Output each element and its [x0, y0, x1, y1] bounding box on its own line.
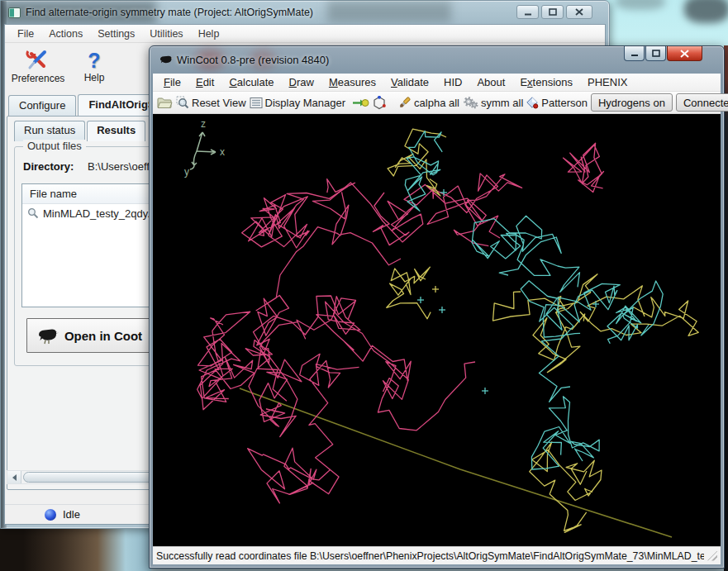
wincoot-app-icon	[159, 54, 174, 66]
atom-cross	[482, 388, 488, 394]
fetch-arrow-icon[interactable]	[352, 98, 369, 108]
calpha-all-button[interactable]: calpha all	[397, 96, 459, 110]
wallpaper-shape	[684, 0, 728, 23]
calpha-trace	[472, 216, 579, 292]
minimize-button[interactable]	[516, 5, 539, 19]
help-label: Help	[84, 72, 105, 83]
diamond-icon	[526, 97, 539, 109]
wincoot-menu-bar: FileEditCalculateDrawMeasuresValidateHID…	[153, 74, 721, 92]
calpha-trace	[254, 296, 356, 421]
menu-item-phenix[interactable]: PHENIX	[580, 74, 635, 90]
menu-item-actions[interactable]: Actions	[41, 26, 90, 41]
wallpaper-bottom-left	[0, 526, 151, 571]
atom-cross	[439, 307, 445, 313]
calpha-trace	[493, 274, 598, 373]
tab-configure[interactable]: Configure	[8, 95, 76, 116]
calpha-trace	[580, 286, 698, 336]
svg-text:z: z	[201, 118, 206, 130]
wincoot-toolbar: Reset View Display Manager	[153, 92, 721, 114]
phenix-menu-bar: FileActionsSettingsUtilitiesHelp	[5, 25, 605, 43]
tools-icon	[26, 49, 50, 72]
minimize-button[interactable]	[624, 46, 645, 61]
cell-edge-line	[240, 388, 672, 537]
calpha-trace	[197, 312, 255, 410]
wincoot-window: WinCoot 0.8-pre (revision 4840) FileEdit…	[149, 45, 725, 569]
phenix-app-icon	[8, 7, 21, 18]
symm-all-button[interactable]: symm all	[463, 96, 523, 109]
output-files-label: Output files	[23, 140, 86, 152]
maximize-button[interactable]	[541, 5, 564, 19]
phenix-window-title: Find alternate-origin symmetry mate (Pro…	[26, 7, 313, 18]
directory-label: Directory:	[23, 160, 74, 173]
open-folder-icon[interactable]	[157, 97, 173, 109]
subtab-run-status[interactable]: Run status	[14, 121, 85, 141]
patterson-label: Patterson	[541, 97, 588, 109]
phenix-window-controls	[516, 5, 592, 19]
gears-icon	[463, 96, 478, 109]
menu-item-measures[interactable]: Measures	[321, 74, 383, 90]
calpha-trace	[530, 442, 602, 533]
axis-gizmo: xzy	[184, 118, 225, 178]
menu-item-settings[interactable]: Settings	[90, 26, 142, 41]
calpha-trace	[564, 143, 604, 192]
subtab-results[interactable]: Results	[87, 121, 145, 141]
hydrogens-toggle-button[interactable]: Hydrogens on	[591, 93, 673, 112]
atom-cross	[417, 297, 424, 303]
maximize-button[interactable]	[645, 46, 666, 61]
wincoot-window-controls	[624, 46, 702, 61]
svg-text:x: x	[220, 146, 225, 158]
menu-item-file[interactable]: File	[156, 74, 188, 90]
preferences-label: Preferences	[12, 73, 65, 84]
calpha-trace	[316, 297, 475, 431]
calpha-trace	[405, 131, 442, 212]
patterson-button[interactable]: Patterson	[526, 97, 588, 109]
open-in-coot-label: Open in Coot	[64, 329, 142, 343]
coot-bird-icon	[36, 326, 59, 345]
menu-item-edit[interactable]: Edit	[188, 74, 221, 90]
phenix-subtab-row: Run status Results	[14, 121, 145, 141]
symm-all-label: symm all	[481, 97, 523, 109]
open-in-coot-button[interactable]: Open in Coot	[26, 318, 152, 353]
resize-grip[interactable]	[707, 551, 717, 561]
preferences-button[interactable]: Preferences	[8, 45, 68, 88]
reset-view-label: Reset View	[192, 97, 246, 109]
menu-item-utilities[interactable]: Utilities	[142, 26, 190, 41]
menu-item-file[interactable]: File	[10, 26, 41, 41]
wallpaper-shape	[616, 0, 665, 10]
display-manager-icon	[250, 97, 263, 109]
wincoot-client-area: FileEditCalculateDrawMeasuresValidateHID…	[153, 74, 721, 564]
menu-item-validate[interactable]: Validate	[383, 74, 436, 90]
molecule-wireframe: xzy	[153, 114, 722, 548]
connected-to-phenix-button[interactable]: Connected to PHENIX	[676, 93, 728, 112]
wincoot-status-bar: Successfully read coordinates file B:\Us…	[153, 546, 721, 564]
svg-text:y: y	[184, 166, 189, 178]
paintbrush-icon	[397, 96, 412, 110]
display-manager-button[interactable]: Display Manager	[250, 97, 346, 109]
glass-reflection	[327, 1, 451, 22]
calpha-trace	[531, 397, 599, 469]
desktop: Find alternate-origin symmetry mate (Pro…	[0, 0, 728, 571]
calpha-all-label: calpha all	[414, 97, 459, 109]
calpha-trace	[387, 267, 431, 319]
close-button[interactable]	[566, 5, 592, 19]
molecule-icon[interactable]	[373, 96, 386, 110]
menu-item-about[interactable]: About	[469, 74, 512, 90]
atom-cross	[592, 301, 599, 307]
menu-item-hid[interactable]: HID	[436, 74, 469, 90]
close-button[interactable]	[667, 46, 702, 61]
reset-view-button[interactable]: Reset View	[176, 96, 246, 109]
scroll-left-arrow[interactable]	[7, 471, 21, 483]
menu-item-calculate[interactable]: Calculate	[221, 74, 281, 90]
wincoot-window-title: WinCoot 0.8-pre (revision 4840)	[177, 54, 329, 66]
menu-item-draw[interactable]: Draw	[282, 74, 321, 90]
menu-item-extensions[interactable]: Extensions	[512, 74, 580, 90]
magnifier-icon	[176, 96, 189, 109]
menu-item-help[interactable]: Help	[191, 26, 227, 41]
molecule-viewport[interactable]: xzy	[153, 114, 721, 546]
help-button[interactable]: ? Help	[73, 45, 116, 88]
calpha-trace	[312, 183, 422, 245]
status-idle-icon	[45, 509, 56, 521]
display-manager-label: Display Manager	[265, 97, 346, 109]
help-icon: ?	[88, 50, 100, 71]
status-message: Successfully read coordinates file B:\Us…	[156, 550, 704, 562]
